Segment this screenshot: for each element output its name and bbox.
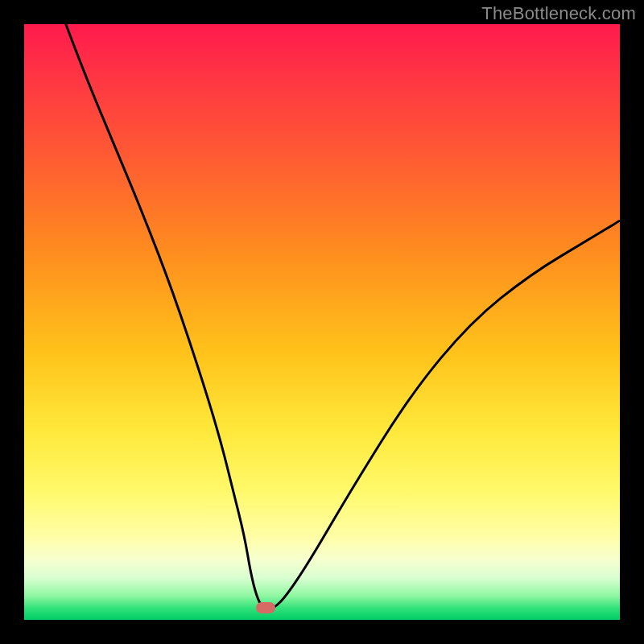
plot-area — [24, 24, 620, 620]
curve-svg — [24, 24, 620, 620]
optimal-point-marker — [256, 602, 275, 613]
bottleneck-curve — [66, 24, 620, 608]
watermark-text: TheBottleneck.com — [481, 3, 636, 24]
chart-frame: TheBottleneck.com — [0, 0, 644, 644]
